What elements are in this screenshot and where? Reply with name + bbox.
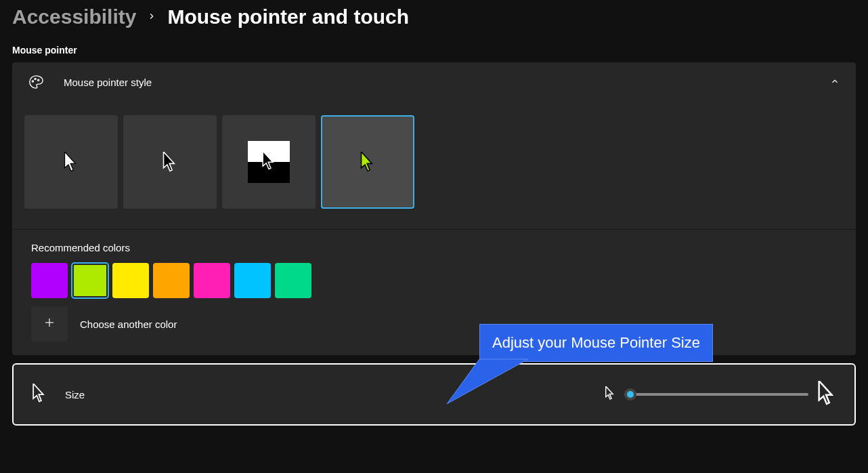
- pointer-size-card: Size: [12, 363, 856, 426]
- svg-point-2: [38, 79, 39, 81]
- callout-text: Adjust your Mouse Pointer Size: [492, 334, 700, 351]
- swatches-row: [31, 263, 837, 298]
- color-swatch[interactable]: [112, 263, 149, 298]
- chevron-up-icon: [830, 77, 840, 88]
- instruction-callout: Adjust your Mouse Pointer Size: [479, 324, 713, 362]
- choose-another-color-button[interactable]: [31, 306, 68, 342]
- style-option-custom[interactable]: [321, 115, 414, 209]
- slider-thumb[interactable]: [624, 388, 636, 400]
- style-options-row: [12, 102, 856, 230]
- style-option-inverted[interactable]: [222, 115, 316, 209]
- recommended-colors-label: Recommended colors: [31, 242, 837, 253]
- size-slider[interactable]: [624, 388, 808, 401]
- plus-icon: [43, 316, 56, 332]
- svg-point-0: [32, 81, 33, 82]
- pointer-style-card: Mouse pointer style Recommended color: [12, 62, 856, 355]
- pointer-style-header[interactable]: Mouse pointer style: [12, 62, 856, 102]
- breadcrumb: Accessibility Mouse pointer and touch: [12, 5, 856, 28]
- size-controls: [605, 381, 836, 408]
- pointer-style-title: Mouse pointer style: [64, 77, 830, 88]
- choose-another-color-label: Choose another color: [80, 318, 177, 330]
- svg-point-1: [35, 78, 36, 79]
- style-option-white[interactable]: [24, 115, 118, 209]
- color-swatch[interactable]: [72, 263, 108, 298]
- section-label: Mouse pointer: [12, 45, 856, 56]
- color-swatch[interactable]: [275, 263, 311, 298]
- palette-icon: [28, 75, 43, 89]
- breadcrumb-parent[interactable]: Accessibility: [12, 5, 136, 28]
- chevron-right-icon: [147, 10, 156, 24]
- cursor-small-icon: [32, 384, 46, 405]
- callout-tail-icon: [447, 358, 528, 405]
- color-swatch[interactable]: [31, 263, 68, 298]
- cursor-min-icon: [605, 386, 615, 403]
- color-swatch[interactable]: [153, 263, 190, 298]
- style-option-black[interactable]: [123, 115, 217, 209]
- colors-section: Recommended colors Choose another color: [12, 230, 856, 355]
- cursor-max-icon: [818, 381, 836, 408]
- svg-marker-5: [447, 359, 528, 404]
- choose-color-row: Choose another color: [31, 306, 837, 342]
- color-swatch[interactable]: [194, 263, 230, 298]
- breadcrumb-current: Mouse pointer and touch: [167, 5, 409, 28]
- color-swatch[interactable]: [234, 263, 271, 298]
